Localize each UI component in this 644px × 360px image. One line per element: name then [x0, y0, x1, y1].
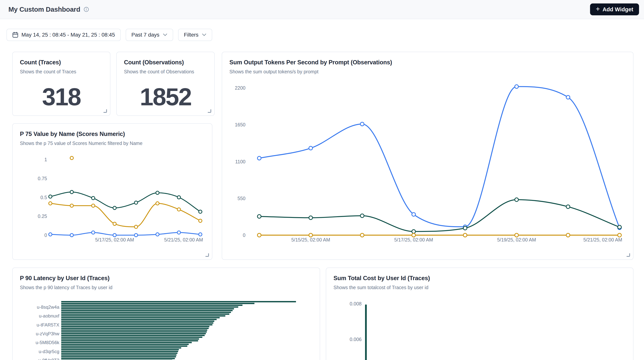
count-traces-value: 318 [13, 83, 110, 111]
svg-text:5/21/25, 02:00 AM: 5/21/25, 02:00 AM [164, 237, 203, 242]
p90-chart-card: P 90 Latency by User Id (Traces) Shows t… [12, 267, 320, 360]
filters-label: Filters [184, 32, 198, 38]
svg-text:u-aobnuxf: u-aobnuxf [39, 313, 59, 318]
resize-handle-icon[interactable] [626, 253, 630, 257]
time-preset-value: Past 7 days [132, 32, 159, 38]
filter-row: May 14, 25 : 08:45 - May 21, 25 : 08:45 … [6, 29, 212, 41]
resize-handle-icon[interactable] [104, 109, 107, 113]
svg-text:5/17/25, 02:00 AM: 5/17/25, 02:00 AM [394, 237, 433, 242]
svg-text:0.006: 0.006 [350, 337, 362, 342]
svg-text:0: 0 [44, 232, 47, 238]
svg-text:0: 0 [243, 232, 246, 238]
date-range-value: May 14, 25 : 08:45 - May 21, 25 : 08:45 [22, 32, 115, 38]
svg-text:0.5: 0.5 [40, 195, 47, 200]
svg-text:1: 1 [44, 157, 47, 162]
top-bar: My Custom Dashboard + Add Widget [0, 0, 644, 19]
calendar-icon [12, 32, 18, 38]
svg-text:0.25: 0.25 [38, 213, 47, 219]
svg-text:5/19/25, 02:00 AM: 5/19/25, 02:00 AM [497, 237, 536, 242]
p90-bar-chart[interactable]: u-8sq2w4au-aobnuxfu-tFAR5TXu-zVqP3hwu-5M… [13, 268, 320, 360]
cost-bar-chart[interactable]: 0.0080.006 [326, 268, 633, 360]
chevron-down-icon [202, 33, 206, 36]
p75-line-chart[interactable]: 00.250.50.7515/17/25, 02:00 AM5/21/25, 0… [13, 124, 213, 260]
info-icon[interactable] [84, 7, 89, 12]
svg-text:u-5M8D56k: u-5M8D56k [36, 340, 60, 345]
chevron-down-icon [163, 33, 168, 36]
add-widget-label: Add Widget [602, 6, 633, 13]
svg-text:2200: 2200 [235, 85, 246, 91]
svg-text:u-zVqP3hw: u-zVqP3hw [36, 331, 59, 336]
tokens-line-chart[interactable]: 05501100165022005/15/25, 02:00 AM5/17/25… [222, 52, 634, 260]
card-title: Count (Observations) [124, 59, 207, 66]
card-subtitle: Shows the count of Traces [20, 69, 103, 75]
card-title: Count (Traces) [20, 59, 103, 66]
cost-chart-card: Sum Total Cost by User Id (Traces) Shows… [326, 267, 634, 360]
svg-text:5/15/25, 02:00 AM: 5/15/25, 02:00 AM [292, 237, 330, 242]
count-traces-card: Count (Traces) Shows the count of Traces… [12, 52, 110, 116]
svg-text:0.75: 0.75 [38, 176, 47, 181]
resize-handle-icon[interactable] [208, 109, 211, 113]
svg-text:u-8fVa9T3: u-8fVa9T3 [38, 358, 59, 360]
svg-text:u-tFAR5TX: u-tFAR5TX [36, 322, 59, 327]
svg-text:1100: 1100 [235, 159, 246, 164]
svg-text:5/17/25, 02:00 AM: 5/17/25, 02:00 AM [95, 237, 134, 242]
svg-text:550: 550 [238, 196, 246, 201]
p75-chart-card: P 75 Value by Name (Scores Numeric) Show… [12, 123, 212, 260]
svg-text:1650: 1650 [235, 122, 246, 127]
add-widget-button[interactable]: + Add Widget [590, 4, 639, 15]
svg-text:0.008: 0.008 [350, 301, 362, 306]
page-title: My Custom Dashboard [8, 6, 80, 13]
tokens-chart-card: Sum Output Tokens Per Second by Prompt (… [222, 52, 634, 260]
card-subtitle: Shows the count of Observations [124, 69, 207, 75]
count-observations-card: Count (Observations) Shows the count of … [116, 52, 215, 116]
svg-text:u-d3qr5cg: u-d3qr5cg [39, 349, 59, 354]
time-preset-dropdown[interactable]: Past 7 days [126, 29, 173, 41]
date-range-button[interactable]: May 14, 25 : 08:45 - May 21, 25 : 08:45 [6, 29, 121, 41]
filters-dropdown[interactable]: Filters [178, 29, 212, 41]
svg-text:u-8sq2w4a: u-8sq2w4a [37, 304, 60, 310]
count-observations-value: 1852 [117, 83, 214, 111]
svg-text:5/21/25, 02:00 AM: 5/21/25, 02:00 AM [583, 237, 622, 242]
plus-icon: + [596, 6, 600, 13]
resize-handle-icon[interactable] [206, 253, 209, 257]
